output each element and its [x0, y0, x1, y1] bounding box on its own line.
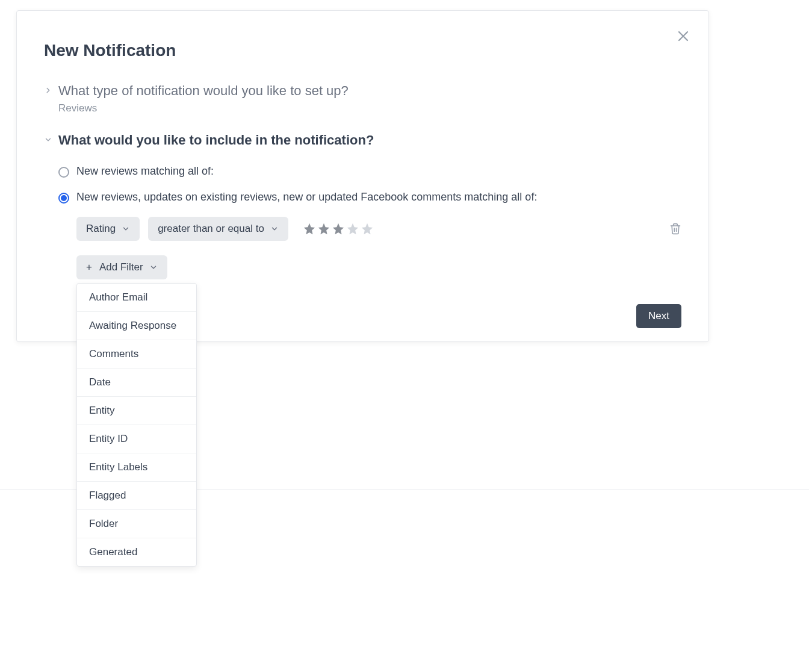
filter-field-select[interactable]: Rating	[76, 217, 140, 241]
star-rating-input[interactable]	[303, 222, 374, 235]
radio-option-updates[interactable]: New reviews, updates on existing reviews…	[58, 191, 681, 204]
chevron-down-icon	[44, 135, 52, 144]
step-type-section[interactable]: What type of notification would you like…	[44, 83, 681, 114]
radio-label: New reviews matching all of:	[76, 165, 214, 178]
delete-filter-button[interactable]	[669, 223, 681, 235]
star-icon[interactable]	[303, 222, 316, 235]
filter-option[interactable]: Entity	[77, 397, 196, 425]
filter-option[interactable]: Folder	[77, 510, 196, 538]
filter-field-label: Rating	[86, 223, 116, 235]
star-icon[interactable]	[332, 222, 345, 235]
radio-label: New reviews, updates on existing reviews…	[76, 191, 537, 204]
step-include-header[interactable]: What would you like to include in the no…	[44, 132, 681, 148]
close-icon	[676, 29, 690, 43]
filter-option[interactable]: Date	[77, 369, 196, 397]
plus-icon: +	[86, 261, 92, 273]
filter-option[interactable]: Flagged	[77, 482, 196, 510]
add-filter-label: Add Filter	[99, 261, 143, 273]
star-icon[interactable]	[346, 222, 359, 235]
add-filter-button[interactable]: + Add Filter	[76, 255, 167, 279]
star-icon[interactable]	[361, 222, 374, 235]
chevron-down-icon	[270, 225, 279, 233]
chevron-down-icon	[122, 225, 130, 233]
add-filter-dropdown: Author Email Awaiting Response Comments …	[76, 283, 197, 567]
next-button[interactable]: Next	[636, 304, 681, 328]
step-type-value: Reviews	[58, 102, 681, 114]
filter-option[interactable]: Comments	[77, 340, 196, 369]
new-notification-modal: New Notification What type of notificati…	[16, 10, 709, 342]
filter-option[interactable]: Entity ID	[77, 425, 196, 453]
filter-option[interactable]: Author Email	[77, 284, 196, 312]
modal-title: New Notification	[44, 41, 681, 60]
step-include-section: What would you like to include in the no…	[44, 132, 681, 279]
filter-option[interactable]: Awaiting Response	[77, 312, 196, 340]
chevron-right-icon	[44, 86, 52, 95]
trash-icon	[669, 223, 681, 235]
radio-input[interactable]	[58, 193, 69, 204]
filter-option[interactable]: Generated	[77, 538, 196, 566]
filter-row: Rating greater than or equal to	[76, 217, 681, 241]
filter-operator-label: greater than or equal to	[158, 223, 264, 235]
radio-input[interactable]	[58, 167, 69, 178]
include-radio-group: New reviews matching all of: New reviews…	[58, 165, 681, 204]
close-button[interactable]	[676, 29, 690, 43]
step-type-title: What type of notification would you like…	[58, 83, 349, 99]
add-filter-row: + Add Filter Author Email Awaiting Respo…	[76, 255, 681, 279]
radio-option-new-reviews[interactable]: New reviews matching all of:	[58, 165, 681, 178]
chevron-down-icon	[149, 263, 158, 272]
filter-option[interactable]: Entity Labels	[77, 453, 196, 482]
filter-operator-select[interactable]: greater than or equal to	[148, 217, 288, 241]
step-include-title: What would you like to include in the no…	[58, 132, 374, 148]
star-icon[interactable]	[317, 222, 330, 235]
